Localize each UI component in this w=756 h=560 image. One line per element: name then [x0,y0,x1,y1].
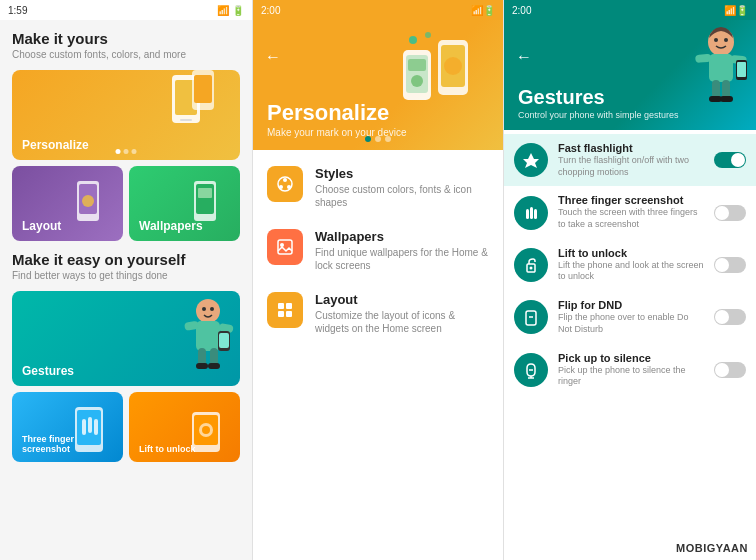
hero-banner-gestures: ← Gestures [504,20,756,130]
back-button-gestures[interactable]: ← [516,48,532,66]
three-finger-icon-svg [522,204,540,222]
dot-3 [132,149,137,154]
svg-point-44 [279,185,283,189]
toggle-pick-up-silence[interactable] [714,362,746,378]
card-layout-label: Layout [22,219,61,233]
toggle-fast-flashlight[interactable] [714,152,746,168]
panel1-content: Make it yours Choose custom fonts, color… [0,20,252,472]
three-finger-icon [514,196,548,230]
flip-dnd-text: Flip for DND Flip the phone over to enab… [558,299,704,335]
phone-illustration-1 [162,70,232,160]
watermark: MOBIGYAAN [676,542,748,554]
toggle-knob-lift-unlock [715,258,729,272]
svg-marker-63 [523,153,539,168]
status-icons-1: 📶 🔋 [217,5,244,16]
fast-flashlight-icon [514,143,548,177]
flip-dnd-title: Flip for DND [558,299,704,311]
hero-dots [365,136,391,142]
fast-flashlight-title: Fast flashlight [558,142,704,154]
flip-dnd-desc: Flip the phone over to enable Do Not Dis… [558,312,704,335]
svg-rect-19 [196,363,208,369]
svg-point-40 [425,32,431,38]
styles-icon-svg [275,174,295,194]
back-button-personalize[interactable]: ← [265,48,281,66]
time-1: 1:59 [8,5,27,16]
lift-unlock-title: Lift to unlock [558,247,704,259]
card-gestures[interactable]: Gestures [12,291,240,386]
toggle-knob-three-finger [715,206,729,220]
card-three-finger-label: Three finger screenshot [22,434,123,454]
pick-up-silence-icon [514,353,548,387]
pick-up-silence-text: Pick up to silence Pick up the phone to … [558,352,704,388]
hero-subtitle-gestures: Control your phone with simple gestures [518,110,679,120]
toggle-three-finger[interactable] [714,205,746,221]
three-finger-title: Three finger screenshot [558,194,704,206]
time-3: 2:00 [512,5,531,16]
flip-dnd-icon-svg [522,308,540,326]
gesture-item-lift-unlock[interactable]: Lift to unlock Lift the phone and look a… [504,239,756,291]
svg-point-38 [411,75,423,87]
card-lift[interactable]: Lift to unlock [129,392,240,462]
svg-rect-69 [526,311,536,325]
svg-rect-45 [278,240,292,254]
section1-subtitle: Choose custom fonts, colors, and more [12,49,240,60]
card-three-finger[interactable]: Three finger screenshot [12,392,123,462]
styles-icon [267,166,303,202]
layout-icon [267,292,303,328]
lift-unlock-text: Lift to unlock Lift the phone and look a… [558,247,704,283]
card-grid-1: Personalize Layout Wallpapers [12,70,240,241]
svg-rect-4 [194,75,212,103]
toggle-lift-unlock[interactable] [714,257,746,273]
pick-up-silence-icon-svg [522,361,540,379]
svg-rect-60 [720,96,733,102]
wallpapers-text: Wallpapers Find unique wallpapers for th… [315,229,489,272]
svg-point-21 [202,307,206,311]
svg-rect-66 [534,209,537,219]
status-bar-2: 2:00 📶🔋 [253,0,503,20]
svg-rect-20 [208,363,220,369]
svg-rect-2 [180,119,192,121]
dot-1 [116,149,121,154]
layout-text: Layout Customize the layout of icons & w… [315,292,489,335]
gesture-item-flip-dnd[interactable]: Flip for DND Flip the phone over to enab… [504,291,756,343]
svg-point-68 [530,266,533,269]
svg-rect-37 [408,59,426,71]
svg-rect-50 [286,311,292,317]
status-bar-3: 2:00 📶🔋 [504,0,756,20]
card-wallpapers[interactable]: Wallpapers [129,166,240,241]
svg-rect-52 [709,54,733,82]
menu-item-wallpapers[interactable]: Wallpapers Find unique wallpapers for th… [253,219,503,282]
svg-point-22 [210,307,214,311]
svg-point-31 [202,426,210,434]
lift-unlock-icon-svg [522,256,540,274]
panel-personalize: 2:00 📶🔋 ← Personalize Make your mark on … [252,0,504,560]
menu-item-layout[interactable]: Layout Customize the layout of icons & w… [253,282,503,345]
phone-illustration-2 [69,176,119,241]
panel-gestures: 2:00 📶🔋 ← [504,0,756,560]
section2-title: Make it easy on yourself [12,251,240,268]
svg-point-42 [283,178,287,182]
menu-item-styles[interactable]: Styles Choose custom colors, fonts & ico… [253,156,503,219]
hero-dot-1 [365,136,371,142]
layout-icon-svg [275,300,295,320]
toggle-knob-flip-dnd [715,310,729,324]
time-2: 2:00 [261,5,280,16]
svg-rect-25 [82,419,86,435]
section1-title: Make it yours [12,30,240,47]
svg-rect-10 [198,188,212,198]
section2-subtitle: Find better ways to get things done [12,270,240,281]
hero-dot-3 [385,136,391,142]
wallpapers-title: Wallpapers [315,229,489,244]
gesture-item-three-finger[interactable]: Three finger screenshot Touch the screen… [504,186,756,238]
menu-list-personalize: Styles Choose custom colors, fonts & ico… [253,150,503,351]
styles-title: Styles [315,166,489,181]
dot-2 [124,149,129,154]
card-layout[interactable]: Layout [12,166,123,241]
gesture-item-pick-up-silence[interactable]: Pick up to silence Pick up the phone to … [504,344,756,396]
toggle-flip-dnd[interactable] [714,309,746,325]
fast-flashlight-desc: Turn the flashlight on/off with two chop… [558,155,704,178]
card-personalize[interactable]: Personalize [12,70,240,160]
gesture-item-fast-flashlight[interactable]: Fast flashlight Turn the flashlight on/o… [504,134,756,186]
card-gestures-label: Gestures [22,364,74,378]
three-finger-text: Three finger screenshot Touch the screen… [558,194,704,230]
